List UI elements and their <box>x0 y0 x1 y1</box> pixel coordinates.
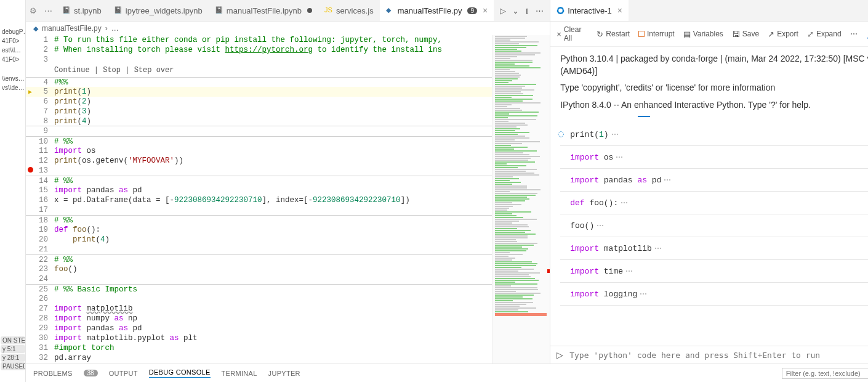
interactive-cell[interactable]: ◌print(1)⋯ <box>560 123 868 146</box>
more-icon[interactable]: ⋯ <box>41 6 56 15</box>
minimap[interactable] <box>492 35 550 364</box>
cell-more-icon[interactable]: ⋯ <box>625 267 633 275</box>
line-number[interactable]: 32 <box>34 353 54 363</box>
interactive-cell[interactable]: import logging⋯ <box>560 283 868 306</box>
code-line[interactable]: 24 <box>26 274 492 284</box>
code-line[interactable]: 17 <box>26 205 492 215</box>
line-number[interactable]: 4 <box>34 78 54 87</box>
line-number[interactable]: 27 <box>34 304 54 314</box>
cell-more-icon[interactable]: ⋯ <box>664 176 671 184</box>
clear-all-button[interactable]: ×Clear All <box>557 25 588 43</box>
run-input-icon[interactable]: ▷ <box>557 350 563 360</box>
line-number[interactable]: 3 <box>34 55 54 65</box>
filter-input[interactable] <box>782 368 868 379</box>
export-button[interactable]: ↗Export <box>768 30 798 39</box>
code-line[interactable]: 22# %% <box>26 254 492 264</box>
line-number[interactable]: 16 <box>34 195 54 205</box>
code-line[interactable]: 31#import torch <box>26 343 492 353</box>
code-line[interactable]: 23foo() <box>26 264 492 274</box>
tab-st-ipynb[interactable]: 📓st.ipynb <box>56 0 108 21</box>
code-line[interactable]: 32pd.array <box>26 353 492 363</box>
debug-stop[interactable]: Stop <box>103 66 121 75</box>
line-number[interactable]: 14 <box>34 176 54 185</box>
code-line[interactable]: ▶5print(1) <box>26 87 492 97</box>
code-line[interactable]: 30import matplotlib.pyplot as plt <box>26 333 492 343</box>
code-line[interactable]: 2# When installing torch please visit ht… <box>26 45 492 55</box>
line-number[interactable]: 17 <box>34 205 54 215</box>
interactive-content[interactable]: Python 3.10.4 | packaged by conda-forge … <box>550 47 868 346</box>
code-line[interactable]: 8print(4) <box>26 116 492 126</box>
line-number[interactable]: 15 <box>34 185 54 195</box>
tab-interactive[interactable]: 🞇 Interactive-1 × <box>550 0 629 21</box>
line-number[interactable]: 30 <box>34 333 54 343</box>
code-line[interactable]: 18# %% <box>26 215 492 225</box>
line-number[interactable]: 29 <box>34 323 54 333</box>
run-icon[interactable]: ▷ <box>500 6 506 15</box>
line-number[interactable]: 24 <box>34 274 54 284</box>
tab-ipytree-widgets-ipynb[interactable]: 📓ipytree_widgets.ipynb <box>108 0 209 21</box>
restart-button[interactable]: ↻Restart <box>597 30 630 39</box>
code-line[interactable]: 9 <box>26 126 492 136</box>
line-number[interactable]: 31 <box>34 343 54 353</box>
line-number[interactable]: 7 <box>34 107 54 116</box>
code-line[interactable]: 26 <box>26 294 492 304</box>
cell-more-icon[interactable]: ⋯ <box>597 221 604 230</box>
code-line[interactable]: 25# %% Basic Imports <box>26 284 492 294</box>
close-icon[interactable]: × <box>617 6 622 15</box>
more-icon[interactable]: ⋯ <box>850 30 858 38</box>
code-line[interactable]: 10# %% <box>26 136 492 146</box>
cell-more-icon[interactable]: ⋯ <box>654 244 662 253</box>
line-number[interactable]: 22 <box>34 255 54 264</box>
tab-services-js[interactable]: JSservices.js <box>318 0 380 21</box>
expand-button[interactable]: ⤢Expand <box>807 30 842 39</box>
interactive-cell[interactable]: def foo():⋯ <box>560 192 868 214</box>
code-line[interactable]: 1# To run this file either conda or pip … <box>26 35 492 45</box>
cell-more-icon[interactable]: ⋯ <box>621 198 628 207</box>
line-number[interactable]: 8 <box>34 116 54 126</box>
line-number[interactable]: 18 <box>34 216 54 225</box>
code-line[interactable]: 11import os <box>26 146 492 156</box>
interactive-cell[interactable]: import time⋯ <box>560 260 868 283</box>
editor-area[interactable]: 1# To run this file either conda or pip … <box>26 35 492 364</box>
line-number[interactable]: 10 <box>34 137 54 146</box>
panel-tab-debug-console[interactable]: DEBUG CONSOLE <box>149 368 211 378</box>
debug-step-over[interactable]: Step over <box>134 66 174 75</box>
code-line[interactable]: 3 <box>26 55 492 65</box>
cell-more-icon[interactable]: ⋯ <box>640 290 647 298</box>
interactive-cell[interactable]: foo()⋯ <box>560 214 868 237</box>
line-number[interactable]: 2 <box>34 45 54 55</box>
save-button[interactable]: 🖫Save <box>732 30 759 39</box>
line-number[interactable]: 5 <box>34 87 54 97</box>
code-line[interactable]: 6print(2) <box>26 97 492 107</box>
line-number[interactable]: 19 <box>34 225 54 235</box>
line-number[interactable]: 28 <box>34 314 54 323</box>
breadcrumb-rest[interactable]: … <box>111 24 119 33</box>
code-line[interactable]: 12print(os.getenv('MYFOOVAR')) <box>26 156 492 166</box>
code-line[interactable]: 16x = pd.DataFrame(data = [-922308693429… <box>26 195 492 205</box>
kernel-selector[interactable]: 👤debugPyLatest (Python 3.1 <box>866 25 868 43</box>
panel-tab-output[interactable]: OUTPUT <box>109 370 138 377</box>
code-line[interactable]: 21 <box>26 245 492 254</box>
variables-button[interactable]: ▤Variables <box>683 30 723 39</box>
line-number[interactable]: 6 <box>34 97 54 107</box>
breakpoint-icon[interactable] <box>28 167 33 173</box>
code-line[interactable]: 14# %% <box>26 176 492 185</box>
cell-more-icon[interactable]: ⋯ <box>616 153 623 161</box>
code-line[interactable]: 15import pandas as pd <box>26 185 492 195</box>
panel-tab-problems[interactable]: PROBLEMS <box>33 370 73 377</box>
breadcrumb-file[interactable]: manualTestFile.py <box>42 24 102 33</box>
cell-more-icon[interactable]: ⋯ <box>611 130 619 139</box>
interactive-input[interactable] <box>569 351 868 360</box>
line-number[interactable]: 12 <box>34 156 54 166</box>
interrupt-button[interactable]: Interrupt <box>638 30 675 38</box>
line-number[interactable]: 1 <box>34 35 54 45</box>
code-line[interactable]: 13 <box>26 166 492 176</box>
tab-manualtestfile-ipynb[interactable]: 📓manualTestFile.ipynb <box>209 0 318 21</box>
code-line[interactable]: 4#%% <box>26 77 492 87</box>
line-number[interactable]: 21 <box>34 245 54 254</box>
line-number[interactable]: 26 <box>34 294 54 304</box>
line-number[interactable]: 20 <box>34 235 54 245</box>
line-number[interactable]: 23 <box>34 264 54 274</box>
code-line[interactable]: 7print(3) <box>26 107 492 116</box>
interactive-cell[interactable]: import os⋯ <box>560 146 868 169</box>
